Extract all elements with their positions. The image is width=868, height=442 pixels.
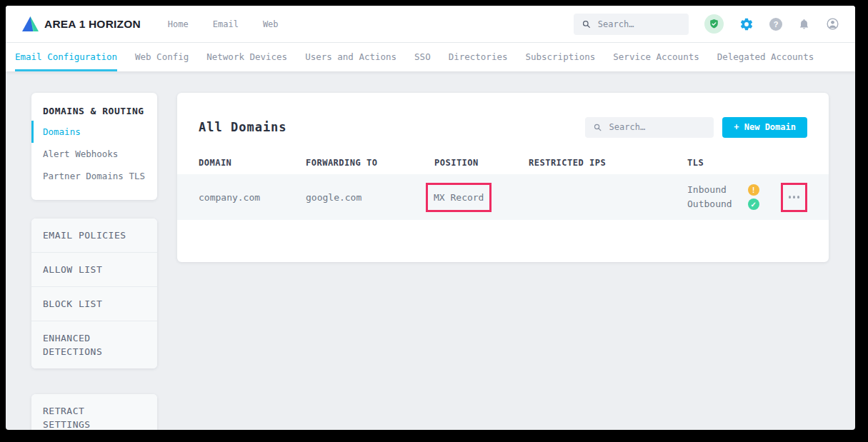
sidebar: DOMAINS & ROUTING Domains Alert Webhooks…: [31, 93, 157, 430]
domain-cell: company.com: [199, 192, 306, 203]
logo[interactable]: AREA 1 HORIZON: [21, 16, 141, 32]
shield-check-icon: [709, 19, 719, 29]
table-row: company.com google.com MX Record Inbound…: [177, 174, 829, 220]
topbar-right: ?: [574, 14, 839, 35]
nav-item-web[interactable]: Web: [263, 19, 279, 29]
domains-search[interactable]: [585, 117, 714, 138]
nav-item-home[interactable]: Home: [168, 19, 189, 29]
ellipsis-icon: [789, 196, 792, 199]
bell-icon: [798, 18, 810, 30]
sidebar-item-allow-list[interactable]: ALLOW LIST: [31, 253, 157, 287]
global-search[interactable]: [574, 14, 689, 35]
user-icon: [826, 17, 839, 31]
main-area: DOMAINS & ROUTING Domains Alert Webhooks…: [6, 71, 855, 430]
tab-delegated-accounts[interactable]: Delegated Accounts: [717, 43, 814, 71]
sidebar-item-enhanced-detections[interactable]: ENHANCED DETECTIONS: [31, 321, 157, 368]
sidebar-item-domains[interactable]: Domains: [31, 121, 157, 143]
column-header-domain: DOMAIN: [199, 158, 306, 168]
tab-sso[interactable]: SSO: [414, 43, 431, 71]
column-header-restricted-ips: RESTRICTED IPS: [529, 158, 687, 168]
sidebar-item-label: ALLOW LIST: [43, 263, 137, 276]
position-value-highlighted: MX Record: [426, 183, 492, 212]
sidebar-section-title: DOMAINS & ROUTING: [31, 106, 157, 121]
topbar: AREA 1 HORIZON Home Email Web: [6, 6, 855, 43]
tls-inbound-label: Inbound: [687, 184, 732, 196]
ellipsis-icon: [793, 196, 796, 199]
page-title: All Domains: [199, 120, 287, 134]
tab-web-config[interactable]: Web Config: [135, 43, 189, 71]
check-icon: ✓: [748, 199, 759, 210]
all-domains-card: All Domains + New Domain DOMAIN FORWA: [177, 93, 829, 262]
tab-directories[interactable]: Directories: [449, 43, 508, 71]
domains-table: DOMAIN FORWARDING TO POSITION RESTRICTED…: [177, 151, 829, 220]
sidebar-item-retract-settings[interactable]: RETRACT SETTINGS: [31, 394, 157, 430]
sidebar-item-email-policies[interactable]: EMAIL POLICIES: [31, 219, 157, 253]
app-window: AREA 1 HORIZON Home Email Web: [6, 6, 855, 430]
tls-outbound-label: Outbound: [687, 198, 732, 211]
logo-text: AREA 1 HORIZON: [44, 18, 141, 31]
warning-icon: !: [748, 184, 759, 196]
help-icon: ?: [774, 20, 779, 29]
settings-button[interactable]: [739, 17, 754, 31]
column-header-tls: TLS: [687, 158, 780, 168]
sidebar-item-label: BLOCK LIST: [43, 297, 137, 311]
help-button[interactable]: ?: [769, 18, 782, 31]
column-header-forwarding-to: FORWARDING TO: [306, 158, 434, 168]
domains-routing-card: DOMAINS & ROUTING Domains Alert Webhooks…: [31, 93, 157, 200]
policy-sections-card: EMAIL POLICIES ALLOW LIST BLOCK LIST ENH…: [31, 219, 157, 368]
content-header-actions: + New Domain: [585, 117, 807, 138]
row-actions: [780, 183, 807, 212]
account-button[interactable]: [826, 17, 839, 31]
nav-item-email[interactable]: Email: [213, 19, 239, 29]
tab-email-configuration[interactable]: Email Configuration: [15, 43, 117, 71]
content-header: All Domains + New Domain: [177, 113, 829, 141]
security-status-button[interactable]: [704, 14, 724, 34]
tls-labels: Inbound Outbound: [687, 184, 732, 211]
sidebar-item-label: EMAIL POLICIES: [43, 228, 137, 242]
row-actions-menu-button[interactable]: [781, 183, 807, 212]
notifications-button[interactable]: [798, 18, 810, 30]
sidebar-item-label: RETRACT SETTINGS: [43, 404, 137, 430]
tab-network-devices[interactable]: Network Devices: [206, 43, 287, 71]
sidebar-item-partner-domains-tls[interactable]: Partner Domains TLS: [31, 165, 157, 187]
top-navigation: Home Email Web: [168, 19, 279, 29]
tab-users-and-actions[interactable]: Users and Actions: [305, 43, 396, 71]
retract-settings-card: RETRACT SETTINGS: [31, 394, 157, 430]
forwarding-to-cell: google.com: [306, 192, 434, 203]
search-icon: [594, 123, 602, 132]
tls-status-icons: ! ✓: [748, 184, 759, 210]
domains-search-input[interactable]: [609, 122, 706, 132]
sidebar-item-block-list[interactable]: BLOCK LIST: [31, 287, 157, 321]
position-cell: MX Record: [434, 183, 529, 212]
tls-cell: Inbound Outbound ! ✓: [687, 184, 780, 211]
section-tabs: Email Configuration Web Config Network D…: [6, 43, 855, 71]
global-search-input[interactable]: [598, 19, 680, 29]
ellipsis-icon: [797, 196, 800, 199]
column-header-position: POSITION: [434, 158, 529, 168]
logo-triangle-icon: [21, 16, 39, 32]
tab-subscriptions[interactable]: Subscriptions: [525, 43, 595, 71]
sidebar-item-label: ENHANCED DETECTIONS: [43, 331, 137, 358]
tab-service-accounts[interactable]: Service Accounts: [613, 43, 699, 71]
gear-icon: [739, 17, 754, 31]
new-domain-button[interactable]: + New Domain: [722, 117, 807, 138]
table-header-row: DOMAIN FORWARDING TO POSITION RESTRICTED…: [177, 151, 829, 174]
search-icon: [582, 19, 591, 29]
sidebar-item-alert-webhooks[interactable]: Alert Webhooks: [31, 143, 157, 165]
